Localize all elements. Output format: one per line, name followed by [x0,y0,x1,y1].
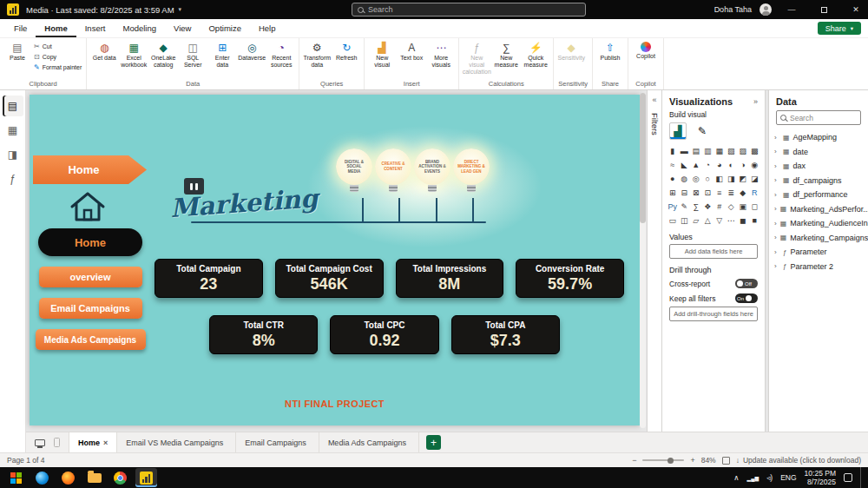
nav-button[interactable]: Email Campaigns [39,298,142,319]
expand-filters-icon[interactable]: « [652,96,656,104]
drill-through-field-well[interactable]: Add drill-through fields here [669,307,758,321]
expand-chevron-icon[interactable]: › [774,262,779,270]
kpi-card[interactable]: Total CTR 8% [209,315,318,354]
format-visual-mode-button[interactable]: ✎ [694,122,711,140]
expand-chevron-icon[interactable]: › [774,220,777,228]
page-tab[interactable]: Email Campaigns [236,432,319,452]
nav-button[interactable]: Media Ads Campaigns [36,329,146,350]
clipboard-button[interactable]: ⊡ Copy [34,53,82,61]
filters-pane-collapsed[interactable]: « Filters [647,90,662,432]
visual-type-icon[interactable]: ▤ [690,145,701,156]
expand-chevron-icon[interactable]: › [774,205,777,213]
data-field-row[interactable]: › ▦ AgeMapping [769,130,868,145]
visual-type-icon[interactable]: ◕ [713,159,725,170]
ribbon-button[interactable]: ◆ Sensitivity [556,40,586,63]
ribbon-tab[interactable]: Insert [76,19,115,37]
page-tab[interactable]: Email VS Media Campaigns [117,432,236,452]
visual-type-icon[interactable]: Py [667,201,678,212]
clipboard-button[interactable]: ✂ Cut [34,43,82,50]
kpi-card[interactable]: Total Impressions 8M [396,259,504,298]
visual-type-icon[interactable]: ▣ [737,201,748,212]
visual-type-icon[interactable]: ■ [749,214,760,226]
ribbon-button[interactable]: ◫ SQL Server [178,40,207,70]
canvas-scrollbar[interactable] [640,93,646,428]
page-tab[interactable]: Media Ads Campaigns [319,432,419,452]
visual-type-icon[interactable]: ▽ [713,214,725,226]
data-field-row[interactable]: › ▦ Marketing_AudienceIn... [769,216,868,231]
data-field-row[interactable]: › ƒ Parameter [769,245,868,260]
ribbon-button[interactable]: Copilot [631,40,661,62]
zoom-out-button[interactable]: − [632,456,636,465]
visual-type-icon[interactable]: ❖ [702,201,713,212]
ribbon-button[interactable]: ◍ Get data [89,40,119,63]
visual-type-icon[interactable]: ◎ [690,173,701,184]
ribbon-button[interactable]: ◔ Recent sources [266,40,296,70]
share-button[interactable]: Share ▾ [818,22,861,35]
ribbon-button[interactable]: ∑ New measure [491,40,521,70]
data-field-row[interactable]: › ▦ Marketing_Campaigns [769,231,868,246]
visual-type-icon[interactable]: ● [667,173,678,184]
file-explorer-icon[interactable] [83,468,105,487]
clipboard-button[interactable]: ✎ Format painter [34,63,82,71]
visual-type-icon[interactable]: ◍ [679,173,690,184]
expand-chevron-icon[interactable]: › [774,248,779,256]
minimize-button[interactable]: — [779,0,804,19]
visual-type-icon[interactable]: ▱ [690,214,701,226]
search-input[interactable] [368,5,580,14]
kpi-card[interactable]: Total CPA $7.3 [451,315,560,354]
kpi-card[interactable]: Total CPC 0.92 [330,315,438,354]
volume-icon[interactable]: ◃) [766,473,773,482]
visual-type-icon[interactable]: ◆ [737,187,748,198]
keep-all-filters-toggle[interactable]: On [735,293,758,303]
update-notice[interactable]: ↓ Update available (click to download) [736,456,861,465]
expand-chevron-icon[interactable]: › [774,234,777,241]
visual-type-icon[interactable]: ▲ [690,159,701,170]
home-banner[interactable]: Home [33,155,147,184]
ribbon-tab[interactable]: Home [36,19,76,37]
chrome-icon[interactable] [109,468,131,487]
visual-type-icon[interactable]: ◧ [713,173,725,184]
build-visual-mode-button[interactable]: ▟ [669,122,687,140]
report-page[interactable]: Home Home overview Email Campaigns Media… [30,95,640,425]
zoom-slider[interactable] [642,459,684,461]
powerbi-taskbar-icon[interactable] [135,468,157,487]
data-field-row[interactable]: › ƒ Parameter 2 [769,260,868,274]
visual-type-icon[interactable]: ⋯ [726,214,737,226]
visual-type-icon[interactable]: ≈ [667,159,678,170]
visual-type-icon[interactable]: △ [702,214,713,226]
visual-type-icon[interactable]: ◼ [737,214,748,226]
ribbon-button[interactable]: ⋯ More visuals [426,40,456,70]
close-button[interactable]: ✕ [844,0,868,19]
mobile-layout-icon[interactable] [54,438,60,447]
view-icon[interactable]: ▤ [3,96,23,116]
expand-chevron-icon[interactable]: › [774,148,779,155]
ribbon-tab[interactable]: Modeling [114,19,165,37]
data-field-row[interactable]: › ▦ df_campaigns [769,174,868,188]
visual-type-icon[interactable]: ◩ [737,173,748,184]
expand-chevron-icon[interactable]: › [774,176,779,184]
expand-chevron-icon[interactable]: › [774,162,779,170]
visual-type-icon[interactable]: ◨ [726,173,737,184]
visual-type-icon[interactable]: ⊟ [679,187,690,198]
visual-type-icon[interactable]: ▩ [749,145,760,156]
visual-type-icon[interactable]: ✎ [679,201,690,212]
add-page-button[interactable]: + [426,435,441,450]
view-icon[interactable]: ◨ [3,144,23,165]
avatar[interactable] [760,3,772,16]
ribbon-button[interactable]: ⊞ Enter data [207,40,237,70]
ribbon-button[interactable]: ◎ Dataverse [237,40,266,63]
visual-type-icon[interactable]: # [713,201,725,212]
visual-type-icon[interactable]: ◐ [726,159,737,170]
ribbon-tab[interactable]: Optimize [200,19,249,37]
visual-type-icon[interactable]: ⊡ [702,187,713,198]
visual-type-icon[interactable]: ○ [702,173,713,184]
ribbon-button[interactable]: ▟ New visual [367,40,397,70]
ribbon-tab[interactable]: View [165,19,200,37]
show-desktop-button[interactable] [860,467,864,488]
tray-expand-icon[interactable]: ∧ [733,473,739,482]
visual-type-icon[interactable]: ◫ [679,214,690,226]
visual-type-icon[interactable]: ◑ [737,159,748,170]
close-page-icon[interactable]: × [103,439,108,447]
visual-type-icon[interactable]: R [749,187,760,198]
ribbon-tab[interactable]: File [5,19,36,37]
